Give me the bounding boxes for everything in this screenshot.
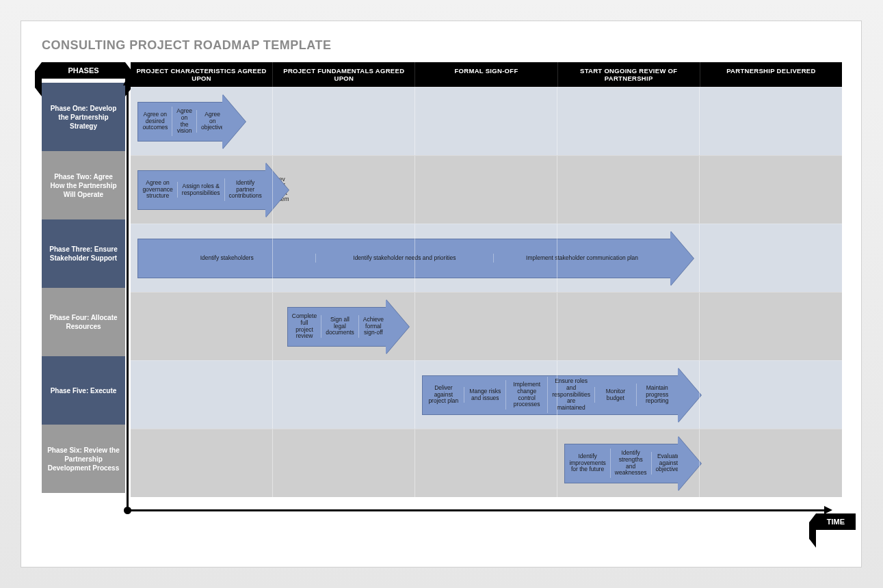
y-axis-line	[127, 80, 129, 509]
task-segment: Agree on the vision	[172, 107, 196, 136]
task-arrow: Deliver against project planMange risks …	[422, 375, 678, 415]
phase-label: Phase Six: Review the Partnership Develo…	[42, 425, 125, 493]
task-segment: Implement change control processes	[505, 380, 547, 410]
task-segment: Identify strengths and weaknesses	[610, 449, 651, 478]
task-arrow: Identify improvements for the futureIden…	[564, 444, 678, 483]
task-segment: Agree on objective	[196, 110, 228, 133]
phase-label: Phase Five: Execute	[42, 356, 125, 425]
task-segment: Agree on governance structure	[138, 178, 176, 201]
column-header: START ONGOING REVIEW OF PARTNERSHIP	[557, 62, 700, 87]
task-segment: Deliver against project plan	[423, 384, 464, 406]
time-axis-label: TIME	[816, 513, 856, 530]
column-header: PROJECT FUNDAMENTALS AGREED UPON	[272, 62, 414, 87]
page-title: CONSULTING PROJECT ROADMAP TEMPLATE	[42, 38, 841, 53]
task-segment: Identify partner contributions	[224, 178, 266, 201]
task-segment: Sign all legal documents	[321, 315, 358, 338]
roadmap-row: Agree on desired outcomesAgree on the vi…	[131, 87, 842, 155]
task-arrow: Agree on governance structureAssign role…	[137, 170, 265, 210]
phase-label: Phase Four: Allocate Resources	[42, 288, 125, 356]
task-segment: Evaluate against objectives	[651, 452, 686, 475]
x-axis-line	[127, 509, 830, 511]
task-segment: Assign roles & responsibilities	[177, 182, 224, 198]
roadmap-row: Agree on governance structureAssign role…	[131, 155, 842, 224]
column-header: PROJECT CHARACTERISTICS AGREED UPON	[131, 62, 272, 87]
task-segment: Implement stakeholder communication plan	[493, 254, 671, 263]
roadmap-area: PHASES Phase One: Develop the Partnershi…	[42, 62, 842, 541]
phase-label: Phase Two: Agree How the Partnership Wil…	[42, 151, 125, 219]
roadmap-row: Identify improvements for the futureIden…	[131, 429, 842, 497]
roadmap-row: Deliver against project planMange risks …	[131, 360, 842, 429]
axis-origin-dot	[124, 507, 131, 514]
task-arrow: Agree on desired outcomesAgree on the vi…	[137, 102, 223, 142]
task-segment: Agree on desired outcomes	[138, 110, 172, 133]
task-segment: Complete full project review	[288, 312, 321, 341]
task-segment: Monitor budget	[594, 387, 636, 403]
task-segment: Ensure roles and responsibilities are ma…	[547, 377, 594, 413]
roadmap-row: Complete full project reviewSign all leg…	[131, 292, 842, 360]
task-segment: Identify improvements for the future	[565, 452, 609, 475]
document-sheet: CONSULTING PROJECT ROADMAP TEMPLATE PHAS…	[21, 21, 862, 567]
column-header: PARTNERSHIP DELIVERED	[700, 62, 842, 87]
phases-column: PHASES Phase One: Develop the Partnershi…	[42, 62, 125, 493]
phase-label: Phase One: Develop the Partnership Strat…	[42, 83, 125, 151]
task-segment: Dev perf mgmt system	[266, 175, 293, 204]
roadmap-grid: PROJECT CHARACTERISTICS AGREED UPONPROJE…	[131, 62, 842, 497]
task-segment: Mange risks and issues	[464, 387, 505, 403]
task-segment: Identify stakeholders	[138, 254, 315, 263]
task-arrow: Complete full project reviewSign all leg…	[287, 307, 387, 347]
phase-label: Phase Three: Ensure Stakeholder Support	[42, 219, 125, 288]
task-segment: Identify stakeholder needs and prioritie…	[315, 254, 493, 263]
column-headers: PROJECT CHARACTERISTICS AGREED UPONPROJE…	[131, 62, 842, 87]
task-segment: Maintain progress reporting	[636, 384, 678, 406]
phases-axis-label: PHASES	[42, 62, 125, 79]
task-arrow: Identify stakeholdersIdentify stakeholde…	[137, 239, 671, 278]
task-segment: Achieve formal sign-off	[358, 315, 388, 338]
roadmap-row: Identify stakeholdersIdentify stakeholde…	[131, 224, 842, 292]
column-header: FORMAL SIGN-OFF	[414, 62, 557, 87]
